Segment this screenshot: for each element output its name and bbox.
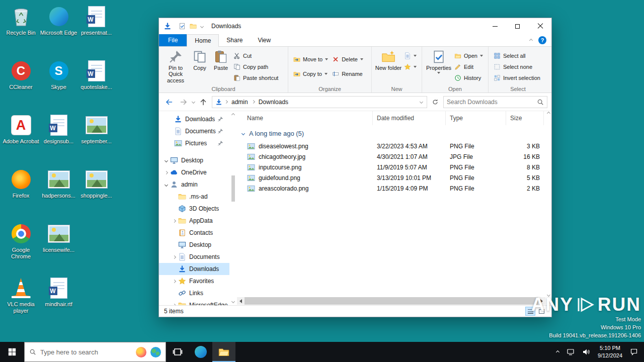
up-button[interactable]	[197, 96, 209, 108]
desktop-icon-licensewife[interactable]: licensewife...	[40, 220, 77, 275]
taskbar-edge-button[interactable]	[189, 342, 212, 362]
invert-selection-button[interactable]: Invert selection	[492, 73, 542, 83]
nav-item-ms-ad[interactable]: .ms-ad	[159, 191, 229, 203]
new-item-button[interactable]	[402, 51, 419, 61]
desktop-icon-mindhair[interactable]: mindhair.rtf	[40, 275, 77, 329]
properties-button[interactable]: Properties	[425, 48, 452, 84]
scroll-right-icon[interactable]	[540, 299, 543, 303]
select-none-button[interactable]: Select none	[492, 62, 542, 72]
copy-to-button[interactable]: Copy to	[291, 69, 330, 79]
copy-button[interactable]: Copy	[189, 48, 210, 84]
address-dropdown-chevron-icon[interactable]	[416, 97, 427, 108]
chevron-down-icon[interactable]	[164, 183, 168, 186]
desktop-icon-ccleaner[interactable]: CCleaner	[2, 57, 40, 112]
refresh-button[interactable]	[430, 97, 441, 108]
scroll-down-icon[interactable]	[546, 293, 550, 297]
chevron-right-icon[interactable]	[172, 255, 176, 258]
search-box[interactable]	[443, 96, 547, 108]
chevron-right-icon[interactable]	[172, 279, 176, 283]
nav-item-contacts[interactable]: Contacts	[159, 227, 229, 239]
nav-item-quick-documents[interactable]: Documents	[159, 125, 229, 137]
scroll-up-icon[interactable]	[231, 113, 234, 117]
scroll-down-icon[interactable]	[231, 300, 234, 303]
desktop-icon-hadpersons[interactable]: hadpersons...	[40, 166, 77, 220]
horizontal-scrollbar[interactable]	[237, 297, 545, 305]
desktop-icon-shoppingle[interactable]: shoppingle...	[77, 166, 115, 220]
nav-item-favorites[interactable]: Favorites	[159, 275, 229, 287]
nav-scrollbar[interactable]	[230, 112, 236, 304]
search-icon[interactable]	[537, 99, 544, 106]
maximize-button[interactable]	[506, 18, 529, 34]
desktop-icon-firefox[interactable]: Firefox	[2, 166, 40, 220]
copy-path-button[interactable]: Copy path	[231, 62, 280, 72]
breadcrumb-admin[interactable]: admin	[228, 97, 252, 108]
taskbar-clock[interactable]: 5:10 PM 9/12/2024	[598, 344, 622, 359]
select-all-button[interactable]: Select all	[492, 51, 542, 61]
nav-item-microsoftedge[interactable]: MicrosoftEdge	[159, 299, 229, 305]
tab-file[interactable]: File	[159, 34, 187, 46]
scroll-left-icon[interactable]	[239, 299, 242, 303]
tab-share[interactable]: Share	[219, 34, 250, 46]
nav-item-downloads-user[interactable]: Downloads	[159, 263, 229, 275]
nav-item-documents-user[interactable]: Documents	[159, 251, 229, 263]
paste-button[interactable]: Paste	[210, 48, 231, 84]
task-view-button[interactable]	[166, 342, 189, 362]
column-header-type[interactable]: Type	[446, 111, 506, 125]
edit-button[interactable]: Edit	[452, 62, 485, 72]
nav-item-onedrive[interactable]: OneDrive	[159, 166, 229, 178]
file-row[interactable]: areascolorado.png 1/15/2019 4:09 PM PNG …	[236, 183, 551, 194]
properties-qat-icon[interactable]	[179, 23, 186, 30]
start-button[interactable]	[0, 342, 24, 362]
recent-locations-chevron-icon[interactable]	[192, 100, 195, 104]
desktop-icon-quoteslake[interactable]: quoteslake...	[77, 57, 115, 112]
breadcrumb-downloads[interactable]: Downloads	[255, 97, 292, 108]
back-button[interactable]	[163, 96, 175, 108]
paste-shortcut-button[interactable]: Paste shortcut	[231, 73, 280, 83]
desktop-icon-microsoft-edge[interactable]: Microsoft Edge	[40, 3, 77, 57]
history-button[interactable]: History	[452, 73, 485, 83]
tab-home[interactable]: Home	[187, 34, 219, 47]
new-folder-qat-icon[interactable]	[190, 23, 197, 30]
nav-item-quick-downloads[interactable]: Downloads	[159, 113, 229, 125]
file-row[interactable]: inputcourse.png 11/9/2019 5:07 AM PNG Fi…	[236, 162, 551, 172]
scroll-up-icon[interactable]	[546, 112, 550, 115]
easy-access-button[interactable]	[402, 62, 419, 72]
action-center-icon[interactable]	[630, 348, 638, 356]
desktop-icon-google-chrome[interactable]: Google Chrome	[2, 220, 40, 275]
nav-item-3d-objects[interactable]: 3D Objects	[159, 203, 229, 215]
customize-qat-chevron-icon[interactable]	[200, 24, 204, 28]
details-view-button[interactable]	[525, 307, 535, 316]
desktop-icon-recycle-bin[interactable]: Recycle Bin	[2, 3, 40, 57]
minimize-button[interactable]	[484, 18, 506, 34]
desktop-icon-adobe-acrobat[interactable]: Adobe Acrobat	[2, 112, 40, 166]
network-icon[interactable]	[567, 348, 575, 356]
interests-icon[interactable]	[136, 347, 146, 357]
forward-button[interactable]	[178, 96, 190, 108]
chevron-down-icon[interactable]	[164, 158, 168, 162]
nav-item-desktop[interactable]: Desktop	[159, 154, 229, 166]
address-box[interactable]: admin Downloads	[212, 96, 427, 108]
open-button[interactable]: Open	[452, 51, 485, 61]
desktop-icon-skype[interactable]: Skype	[40, 57, 77, 112]
new-folder-button[interactable]: New folder	[375, 48, 402, 84]
nav-item-admin[interactable]: admin	[159, 178, 229, 191]
collapse-group-icon[interactable]	[242, 132, 245, 135]
cut-button[interactable]: Cut	[231, 51, 280, 61]
help-icon[interactable]	[538, 36, 546, 44]
file-row[interactable]: diseaselowest.png 3/22/2023 4:53 AM PNG …	[236, 141, 551, 151]
chevron-right-icon[interactable]	[172, 219, 176, 222]
delete-button[interactable]: Delete	[330, 54, 365, 64]
tab-view[interactable]: View	[250, 34, 278, 46]
taskbar-file-explorer-button[interactable]	[212, 342, 235, 362]
volume-icon[interactable]	[582, 348, 590, 356]
desktop-icon-presentnat[interactable]: presentnat...	[77, 3, 115, 57]
chevron-right-icon[interactable]	[164, 170, 168, 174]
rename-button[interactable]: Rename	[330, 69, 365, 79]
taskbar-search-input[interactable]	[40, 348, 132, 356]
nav-item-quick-pictures[interactable]: Pictures	[159, 137, 229, 149]
file-row[interactable]: chicagotheory.jpg 4/30/2021 1:07 AM JPG …	[236, 151, 551, 162]
pin-to-quick-access-button[interactable]: Pin to Quick access	[162, 48, 189, 84]
desktop-icon-designsub[interactable]: designsub...	[40, 112, 77, 166]
group-header[interactable]: A long time ago (5)	[236, 125, 551, 141]
file-row[interactable]: guidefound.png 3/13/2019 10:01 PM PNG Fi…	[236, 172, 551, 183]
